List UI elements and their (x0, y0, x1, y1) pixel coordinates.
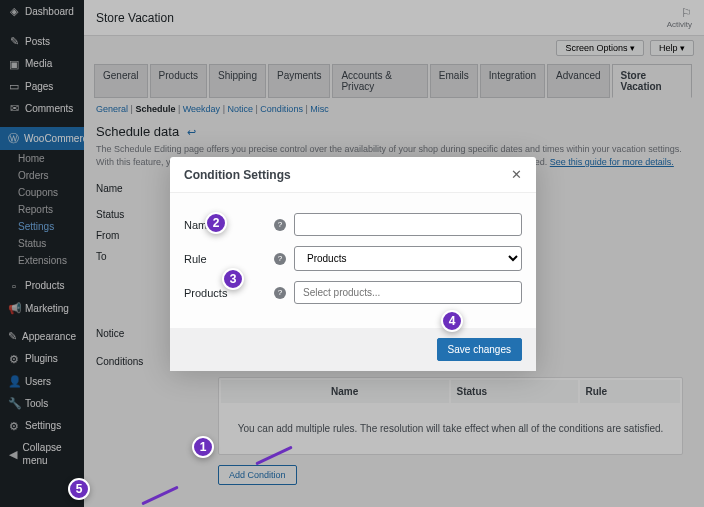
help-icon[interactable]: ? (274, 287, 286, 299)
modal-name-input[interactable] (294, 213, 522, 236)
help-icon[interactable]: ? (274, 253, 286, 265)
modal-rule-label: Rule (184, 253, 274, 265)
annotation-marker-5: 5 (68, 478, 90, 500)
modal-header: Condition Settings ✕ (170, 157, 536, 193)
modal-footer: Save changes (170, 328, 536, 371)
modal-save-button[interactable]: Save changes (437, 338, 522, 361)
condition-settings-modal: Condition Settings ✕ Name ? Rule ? Produ… (170, 157, 536, 371)
annotation-marker-2: 2 (205, 212, 227, 234)
modal-products-input[interactable] (294, 281, 522, 304)
annotation-marker-4: 4 (441, 310, 463, 332)
modal-close-button[interactable]: ✕ (511, 167, 522, 182)
modal-name-row: Name ? (184, 213, 522, 236)
annotation-marker-3: 3 (222, 268, 244, 290)
help-icon[interactable]: ? (274, 219, 286, 231)
annotation-marker-1: 1 (192, 436, 214, 458)
modal-body: Name ? Rule ? Products Products ? (170, 193, 536, 328)
modal-name-label: Name (184, 219, 274, 231)
modal-title: Condition Settings (184, 168, 291, 182)
modal-rule-select[interactable]: Products (294, 246, 522, 271)
